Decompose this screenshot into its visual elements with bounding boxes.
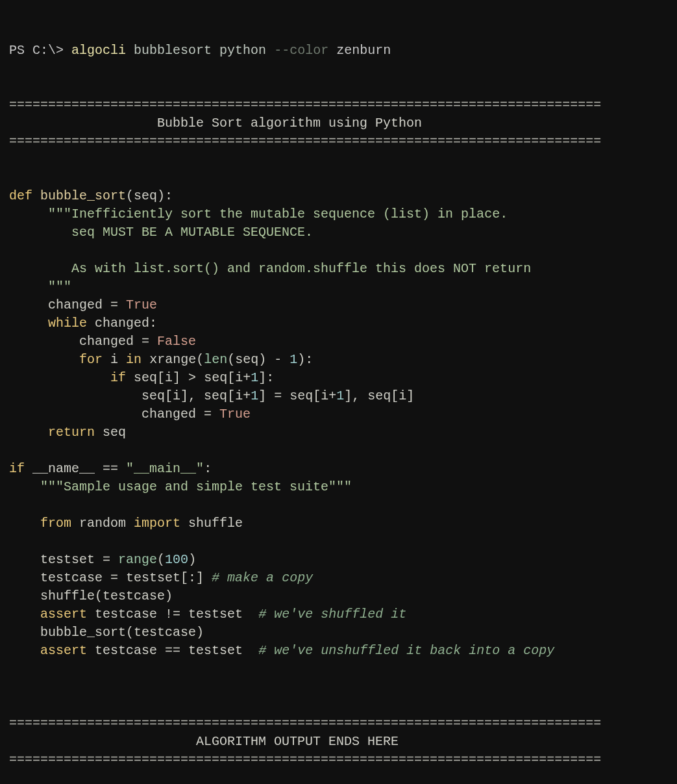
section-title: Bubble Sort algorithm using Python bbox=[157, 116, 422, 131]
docstring: seq MUST BE A MUTABLE SEQUENCE. bbox=[71, 225, 313, 240]
keyword-import: import bbox=[134, 516, 180, 531]
divider: ========================================… bbox=[9, 752, 601, 767]
keyword-return: return bbox=[48, 425, 95, 440]
comment: # we've shuffled it bbox=[258, 607, 406, 622]
shell-prompt: PS C:\> bbox=[9, 43, 71, 58]
docstring: As with list.sort() and random.shuffle t… bbox=[71, 261, 531, 276]
keyword-if: if bbox=[110, 370, 126, 385]
docstring: """Inefficiently sort the mutable sequen… bbox=[48, 207, 508, 221]
divider: ========================================… bbox=[9, 134, 601, 149]
keyword-assert: assert bbox=[40, 607, 87, 622]
builtin-range: range bbox=[118, 552, 157, 567]
terminal-output: PS C:\> algocli bubblesort python --colo… bbox=[9, 42, 668, 769]
keyword-in: in bbox=[126, 352, 142, 367]
flag-value: zenburn bbox=[336, 43, 391, 58]
function-name: bubble_sort bbox=[40, 188, 126, 203]
command-arg: bubblesort bbox=[134, 43, 212, 58]
keyword-from: from bbox=[40, 516, 71, 531]
docstring: """ bbox=[48, 279, 71, 294]
keyword-if: if bbox=[9, 461, 25, 476]
command-name: algocli bbox=[71, 43, 126, 58]
keyword-while: while bbox=[48, 316, 87, 331]
constant-true: True bbox=[126, 297, 157, 312]
number: 1 bbox=[289, 352, 297, 367]
section-end-title: ALGORITHM OUTPUT ENDS HERE bbox=[196, 734, 399, 749]
keyword-for: for bbox=[79, 352, 103, 367]
string: "__main__" bbox=[126, 461, 204, 476]
divider: ========================================… bbox=[9, 97, 601, 112]
constant-false: False bbox=[157, 334, 196, 349]
keyword-def: def bbox=[9, 188, 32, 203]
comment: # we've unshuffled it back into a copy bbox=[258, 643, 554, 658]
builtin-len: len bbox=[204, 352, 227, 367]
parameter: seq bbox=[134, 188, 157, 203]
command-arg: python bbox=[219, 43, 266, 58]
keyword-assert: assert bbox=[40, 643, 87, 658]
comment: # make a copy bbox=[212, 570, 313, 585]
divider: ========================================… bbox=[9, 716, 601, 731]
command-flag: --color bbox=[274, 43, 328, 58]
docstring: """Sample usage and simple test suite""" bbox=[40, 479, 352, 494]
number: 100 bbox=[165, 552, 188, 567]
